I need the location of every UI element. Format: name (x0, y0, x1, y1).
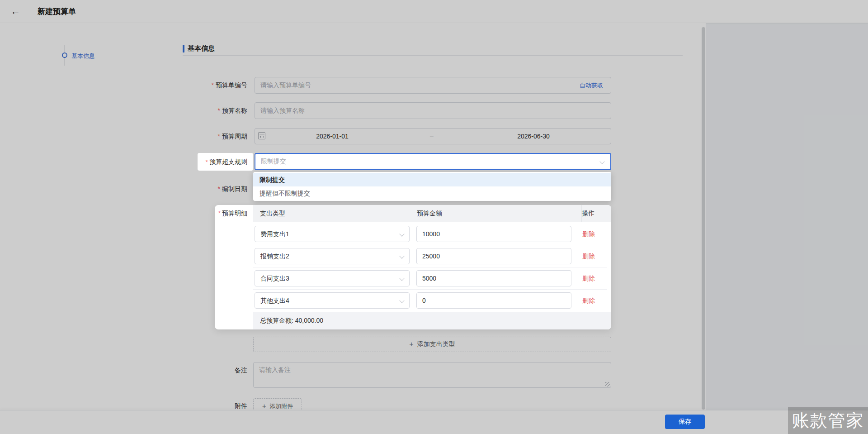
total-row: 总预算金额: 40,000.00 (253, 312, 611, 329)
column-header-amount: 预算金额 (417, 205, 442, 222)
save-button[interactable]: 保存 (665, 415, 705, 429)
budget-form-page: ← 新建预算单 基本信息 基本信息 *预算单编号 请输入预算单编号 自动获取 *… (0, 0, 868, 434)
budget-detail-card: *预算明细 支出类型 预算金额 操作 费用支出1 10000 删除 报销支出2 … (215, 205, 611, 329)
required-asterisk: * (206, 158, 208, 166)
chevron-down-icon (399, 231, 404, 236)
detail-table-header: 支出类型 预算金额 操作 (253, 205, 611, 222)
chevron-down-icon (399, 298, 404, 303)
budget-detail-label: *预算明细 (215, 205, 247, 222)
overspend-rule-placeholder: 限制提交 (261, 154, 286, 169)
watermark: 账款管家 (788, 407, 868, 434)
amount-input[interactable]: 0 (416, 292, 571, 309)
amount-input[interactable]: 25000 (416, 248, 571, 264)
chevron-down-icon (399, 253, 404, 258)
row-divider (253, 245, 607, 245)
expense-type-select[interactable]: 合同支出3 (255, 270, 410, 286)
expense-type-select[interactable]: 费用支出1 (255, 226, 410, 242)
delete-link[interactable]: 删除 (582, 226, 600, 242)
row-divider (253, 289, 607, 290)
required-asterisk: * (218, 210, 221, 217)
delete-link[interactable]: 删除 (582, 292, 600, 309)
column-header-type: 支出类型 (260, 205, 285, 222)
column-header-action: 操作 (581, 205, 594, 222)
amount-input[interactable]: 10000 (416, 226, 571, 242)
delete-link[interactable]: 删除 (582, 248, 600, 264)
expense-type-select[interactable]: 其他支出4 (255, 292, 410, 309)
dropdown-option-remind[interactable]: 提醒但不限制提交 (253, 186, 611, 200)
amount-input[interactable]: 5000 (416, 270, 571, 286)
total-value: 40,000.00 (295, 317, 323, 324)
overspend-rule-label: * 预算超支规则 (198, 153, 253, 171)
chevron-down-icon (599, 159, 604, 164)
overspend-rule-dropdown: 限制提交 提醒但不限制提交 (253, 172, 611, 201)
chevron-down-icon (399, 276, 404, 281)
row-divider (253, 267, 607, 267)
total-label: 总预算金额: (260, 317, 293, 324)
delete-link[interactable]: 删除 (582, 270, 600, 286)
expense-type-select[interactable]: 报销支出2 (255, 248, 410, 264)
overspend-rule-select[interactable]: 限制提交 (255, 153, 611, 170)
dropdown-option-limit[interactable]: 限制提交 (253, 173, 611, 186)
